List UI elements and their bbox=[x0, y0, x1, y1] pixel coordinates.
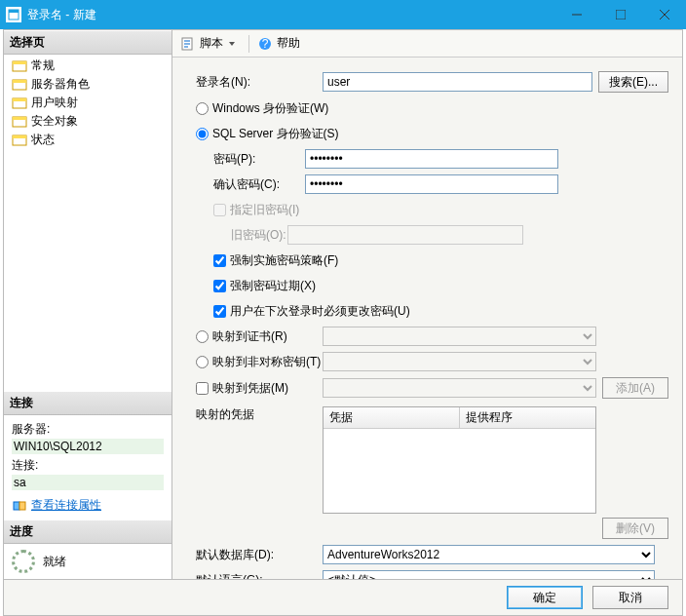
map-cert-radio[interactable]: 映射到证书(R) bbox=[196, 328, 323, 345]
enforce-policy-checkbox[interactable]: 强制实施密码策略(F) bbox=[213, 252, 338, 269]
ok-button[interactable]: 确定 bbox=[507, 586, 583, 609]
help-button[interactable]: 帮助 bbox=[277, 35, 300, 52]
map-cred-checkbox[interactable]: 映射到凭据(M) bbox=[196, 380, 323, 397]
svg-rect-3 bbox=[616, 10, 626, 19]
window-title: 登录名 - 新建 bbox=[27, 7, 554, 23]
asym-select bbox=[323, 352, 596, 371]
specify-old-password-checkbox: 指定旧密码(I) bbox=[213, 202, 299, 218]
enforce-expiration-checkbox[interactable]: 强制密码过期(X) bbox=[213, 278, 316, 294]
svg-rect-13 bbox=[13, 117, 26, 120]
svg-text:?: ? bbox=[262, 37, 269, 51]
default-db-select[interactable]: AdventureWorks2012 bbox=[323, 545, 655, 564]
confirm-password-label: 确认密码(C): bbox=[196, 176, 305, 193]
cert-select bbox=[323, 327, 596, 346]
nav-status[interactable]: 状态 bbox=[4, 131, 172, 149]
svg-rect-7 bbox=[13, 61, 26, 64]
dialog-footer: 确定 取消 bbox=[3, 579, 683, 616]
server-label: 服务器: bbox=[12, 421, 164, 438]
default-lang-select[interactable]: <默认值> bbox=[323, 570, 655, 579]
conn-label: 连接: bbox=[12, 457, 164, 474]
progress-head: 进度 bbox=[4, 520, 172, 544]
cancel-button[interactable]: 取消 bbox=[592, 586, 668, 609]
svg-rect-1 bbox=[9, 10, 19, 13]
progress-spinner-icon bbox=[12, 550, 35, 573]
nav-securables[interactable]: 安全对象 bbox=[4, 112, 172, 131]
password-label: 密码(P): bbox=[196, 151, 305, 168]
login-name-input[interactable] bbox=[323, 72, 592, 92]
remove-button: 删除(V) bbox=[602, 518, 668, 539]
progress-status: 就绪 bbox=[43, 554, 66, 570]
toolbar: 脚本 ? 帮助 bbox=[172, 30, 682, 58]
search-button[interactable]: 搜索(E)... bbox=[598, 71, 668, 93]
nav-server-roles[interactable]: 服务器角色 bbox=[4, 75, 172, 94]
grid-col-credential: 凭据 bbox=[324, 407, 460, 428]
default-lang-label: 默认语言(G): bbox=[196, 572, 323, 580]
script-dropdown-icon[interactable] bbox=[229, 42, 235, 46]
cred-select bbox=[323, 378, 596, 398]
title-bar: 登录名 - 新建 bbox=[0, 0, 686, 29]
minimize-button[interactable] bbox=[554, 0, 598, 29]
windows-auth-radio[interactable]: Windows 身份验证(W) bbox=[196, 100, 328, 117]
script-icon bbox=[180, 36, 196, 52]
app-icon bbox=[6, 7, 21, 22]
old-password-label: 旧密码(O): bbox=[196, 227, 287, 244]
main-panel: 脚本 ? 帮助 登录名(N): 搜索(E)... Windows 身份验证(W)… bbox=[172, 30, 682, 579]
mapped-creds-label: 映射的凭据 bbox=[196, 404, 323, 423]
credentials-grid[interactable]: 凭据提供程序 bbox=[323, 406, 596, 514]
must-change-password-checkbox[interactable]: 用户在下次登录时必须更改密码(U) bbox=[213, 303, 410, 320]
help-icon: ? bbox=[257, 36, 273, 52]
toolbar-separator bbox=[248, 35, 249, 53]
svg-rect-15 bbox=[13, 135, 26, 138]
login-name-label: 登录名(N): bbox=[196, 74, 323, 91]
script-button[interactable]: 脚本 bbox=[200, 35, 223, 52]
grid-col-provider: 提供程序 bbox=[460, 407, 595, 428]
confirm-password-input[interactable] bbox=[305, 174, 558, 194]
select-page-head: 选择页 bbox=[4, 30, 172, 55]
svg-rect-16 bbox=[14, 502, 19, 510]
nav-user-mapping[interactable]: 用户映射 bbox=[4, 94, 172, 112]
add-button: 添加(A) bbox=[602, 377, 668, 399]
svg-rect-11 bbox=[13, 98, 26, 101]
default-db-label: 默认数据库(D): bbox=[196, 547, 323, 563]
maximize-button[interactable] bbox=[598, 0, 642, 29]
map-asym-radio[interactable]: 映射到非对称密钥(T) bbox=[196, 354, 323, 370]
password-input[interactable] bbox=[305, 149, 558, 169]
sql-auth-radio[interactable]: SQL Server 身份验证(S) bbox=[196, 126, 339, 142]
connection-head: 连接 bbox=[4, 391, 172, 415]
server-value: WIN10\SQL2012 bbox=[12, 439, 164, 454]
conn-value: sa bbox=[12, 475, 164, 490]
svg-rect-17 bbox=[19, 502, 25, 510]
old-password-input bbox=[287, 225, 523, 245]
svg-rect-9 bbox=[13, 80, 26, 83]
close-button[interactable] bbox=[642, 0, 686, 29]
view-connection-props-link[interactable]: 查看连接属性 bbox=[31, 497, 101, 514]
nav-general[interactable]: 常规 bbox=[4, 57, 172, 75]
connection-icon bbox=[12, 499, 27, 513]
sidebar: 选择页 常规 服务器角色 用户映射 安全对象 状态 连接 服务器: WIN10\… bbox=[4, 30, 172, 579]
